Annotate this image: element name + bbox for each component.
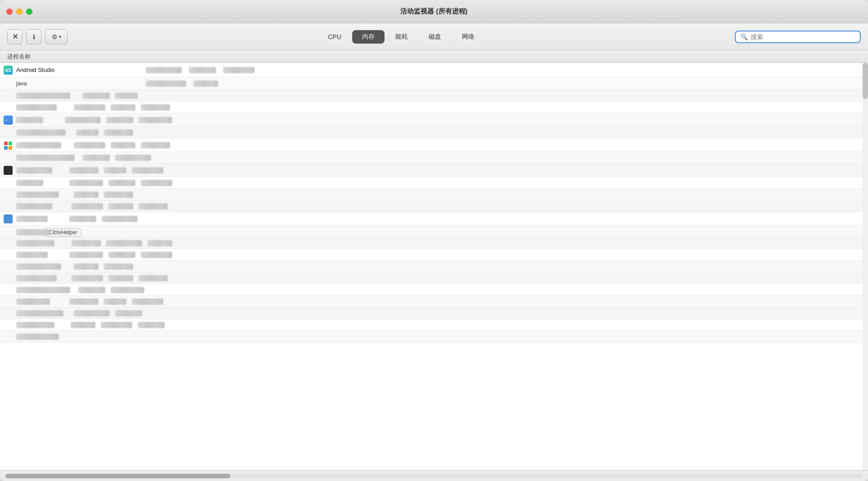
table-row[interactable] — [0, 237, 868, 249]
search-input[interactable] — [751, 33, 855, 40]
search-icon: 🔍 — [740, 33, 748, 40]
blurred-data — [108, 252, 135, 258]
process-icon-squares — [4, 141, 13, 150]
blurred-data — [74, 192, 98, 198]
process-list[interactable]: AS Android Studio java — [0, 63, 868, 470]
table-row[interactable] — [0, 284, 868, 296]
blurred-data — [193, 80, 218, 87]
blurred-data — [223, 67, 255, 73]
horizontal-scrollbar[interactable] — [5, 474, 863, 478]
blurred-process-name — [16, 322, 54, 328]
blurred-data — [78, 287, 105, 293]
blurred-data — [104, 129, 133, 136]
blurred-data — [69, 167, 98, 174]
gear-icon: ⚙ — [52, 33, 58, 40]
process-icon-cursor: + — [4, 116, 13, 125]
process-icon-dark — [4, 166, 13, 175]
table-row[interactable] — [0, 307, 868, 319]
blurred-data — [74, 263, 98, 270]
tab-cpu[interactable]: CPU — [318, 31, 351, 43]
blurred-process-name — [16, 180, 43, 186]
activity-monitor-window: 活动监视器 (所有进程) ✕ ℹ ⚙ ▾ CPU 内存 能耗 磁盘 网络 🔍 — [0, 0, 868, 481]
blurred-data — [76, 129, 98, 136]
tab-memory[interactable]: 内存 — [352, 30, 385, 44]
blurred-data — [108, 275, 133, 281]
table-row[interactable]: + — [0, 113, 868, 127]
table-row[interactable] — [0, 272, 868, 284]
table-row[interactable] — [0, 296, 868, 307]
table-row[interactable] — [0, 189, 868, 200]
table-row[interactable]: java — [0, 77, 868, 90]
table-row[interactable] — [0, 200, 868, 212]
blurred-data — [139, 275, 168, 281]
gear-button[interactable]: ⚙ ▾ — [45, 29, 67, 45]
blurred-data — [141, 104, 170, 111]
process-icon-blue — [4, 214, 13, 223]
blurred-process-name — [16, 252, 48, 258]
blurred-data — [111, 104, 135, 111]
close-button[interactable] — [6, 9, 13, 15]
table-row[interactable] — [0, 319, 868, 331]
blurred-process-name — [16, 310, 63, 316]
process-name-android-studio: Android Studio — [16, 67, 142, 73]
blurred-data — [146, 80, 186, 87]
column-header: 进程名称 — [0, 50, 868, 63]
table-row[interactable]: CitrixHelper — [0, 226, 868, 237]
table-row[interactable]: AS Android Studio — [0, 63, 868, 77]
table-row[interactable] — [0, 249, 868, 261]
blurred-data — [139, 117, 172, 123]
blurred-process-name — [16, 287, 70, 293]
table-row[interactable] — [0, 90, 868, 102]
maximize-button[interactable] — [26, 9, 32, 15]
blurred-data — [69, 298, 98, 305]
process-data-row — [146, 67, 864, 73]
blurred-data — [141, 252, 172, 258]
table-row[interactable] — [0, 177, 868, 189]
blurred-data — [108, 203, 133, 209]
table-row[interactable] — [0, 212, 868, 226]
table-row[interactable] — [0, 102, 868, 113]
table-row[interactable] — [0, 138, 868, 152]
blurred-data — [189, 67, 216, 73]
blurred-data — [74, 310, 110, 316]
blurred-process-name — [16, 117, 43, 123]
table-row[interactable] — [0, 164, 868, 177]
blurred-data — [102, 216, 138, 222]
info-button[interactable]: ℹ — [26, 29, 41, 45]
blurred-process-name — [16, 298, 50, 305]
tab-disk[interactable]: 磁盘 — [419, 30, 451, 44]
blurred-data — [104, 167, 126, 174]
scrollbar-thumb[interactable] — [5, 474, 230, 478]
blurred-data — [72, 203, 103, 209]
blurred-process-name — [16, 216, 48, 222]
blurred-data — [132, 167, 163, 174]
blurred-process-name — [16, 229, 50, 236]
blurred-process-name — [16, 104, 57, 111]
blurred-data — [101, 322, 132, 328]
process-name-column-header: 进程名称 — [7, 53, 31, 61]
tab-energy[interactable]: 能耗 — [385, 30, 418, 44]
blurred-data — [111, 287, 144, 293]
close-icon: ✕ — [12, 32, 18, 41]
table-row[interactable] — [0, 152, 868, 164]
table-row[interactable] — [0, 331, 868, 343]
blurred-data — [83, 93, 110, 99]
window-title: 活动监视器 (所有进程) — [400, 7, 467, 16]
table-row[interactable] — [0, 127, 868, 138]
citrix-helper-label: CitrixHelper — [45, 228, 81, 237]
table-row[interactable] — [0, 261, 868, 272]
search-box[interactable]: 🔍 — [735, 31, 861, 43]
close-process-button[interactable]: ✕ — [7, 29, 22, 45]
minimize-button[interactable] — [16, 9, 22, 15]
blurred-data — [65, 117, 101, 123]
tab-network[interactable]: 网络 — [452, 30, 484, 44]
blurred-data — [106, 240, 142, 246]
blurred-data — [104, 298, 126, 305]
chevron-down-icon: ▾ — [59, 34, 61, 39]
svg-text:AS: AS — [5, 68, 11, 73]
blurred-process-name — [16, 263, 61, 270]
blurred-process-name — [16, 155, 75, 161]
tab-group: CPU 内存 能耗 磁盘 网络 — [72, 30, 730, 44]
blurred-data — [74, 142, 105, 148]
blurred-data — [111, 142, 135, 148]
